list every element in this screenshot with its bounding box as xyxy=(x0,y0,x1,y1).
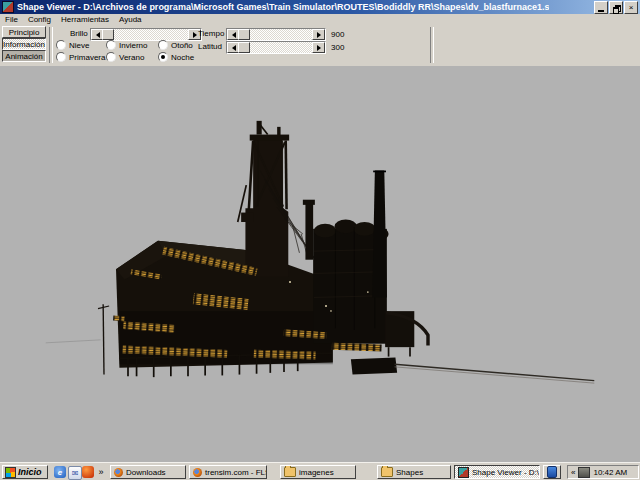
system-tray: « 10:42 AM xyxy=(567,465,639,479)
latitud-right-arrow[interactable] xyxy=(312,42,325,53)
radio-nieve[interactable]: Nieve xyxy=(56,40,89,50)
radio-icon xyxy=(158,40,168,50)
menu-file[interactable]: File xyxy=(0,15,23,24)
arrow-left-icon xyxy=(232,32,236,38)
window-titlebar[interactable]: Shape Viewer - D:\Archivos de programa\M… xyxy=(0,0,640,14)
firefox-icon xyxy=(193,468,202,477)
minimize-button[interactable] xyxy=(594,1,608,14)
task-shape-viewer[interactable]: Shape Viewer - D:\... xyxy=(454,465,540,479)
blast-furnace-model xyxy=(0,66,640,462)
latitud-slider[interactable] xyxy=(226,41,326,54)
arrow-left-icon xyxy=(232,45,236,51)
toolbar-separator xyxy=(49,27,53,63)
arrow-right-icon xyxy=(193,32,197,38)
taskbar: Inicio e ✉ » Downloads trensim.com - FLS… xyxy=(0,462,640,480)
task-trensim[interactable]: trensim.com - FLS co... xyxy=(189,465,267,479)
task-downloads[interactable]: Downloads xyxy=(110,465,186,479)
tray-chevron[interactable]: « xyxy=(571,468,575,477)
arrow-left-icon xyxy=(96,32,100,38)
tiempo-value: 900 xyxy=(331,30,344,39)
radio-icon xyxy=(106,52,116,62)
start-button[interactable]: Inicio xyxy=(2,465,48,479)
menu-ayuda[interactable]: Ayuda xyxy=(114,15,147,24)
principio-button[interactable]: Principio xyxy=(2,26,46,38)
mail-icon[interactable]: ✉ xyxy=(68,466,82,480)
radio-noche[interactable]: Noche xyxy=(158,52,194,62)
internet-explorer-icon[interactable]: e xyxy=(54,466,66,478)
radio-icon xyxy=(56,40,66,50)
window-title: Shape Viewer - D:\Archivos de programa\M… xyxy=(17,2,549,12)
folder-icon xyxy=(381,467,393,477)
menu-config[interactable]: Config xyxy=(23,15,56,24)
app-icon xyxy=(2,1,14,13)
animacion-button[interactable]: Animación xyxy=(2,50,46,62)
blue-app-icon xyxy=(547,466,557,478)
firefox-icon xyxy=(114,468,123,477)
tiempo-slider[interactable] xyxy=(226,28,326,41)
radio-icon xyxy=(106,40,116,50)
shape-viewer-icon xyxy=(458,467,469,478)
radio-otono[interactable]: Otoño xyxy=(158,40,193,50)
minimize-icon xyxy=(598,10,604,12)
menu-herramientas[interactable]: Herramientas xyxy=(56,15,114,24)
radio-primavera[interactable]: Primavera xyxy=(56,52,105,62)
latitud-value: 300 xyxy=(331,43,344,52)
radio-invierno[interactable]: Invierno xyxy=(106,40,147,50)
toolbar: Principio Información Animación Brillo N… xyxy=(0,25,640,67)
app-launcher-icon[interactable] xyxy=(82,466,94,478)
task-imagenes[interactable]: imagenes xyxy=(280,465,356,479)
task-shapes[interactable]: Shapes xyxy=(377,465,451,479)
brillo-thumb[interactable] xyxy=(102,29,114,40)
tiempo-right-arrow[interactable] xyxy=(312,29,325,40)
viewport-3d[interactable] xyxy=(0,66,640,462)
restore-button[interactable] xyxy=(609,1,623,14)
quicklaunch-overflow-chevron[interactable]: » xyxy=(96,466,106,478)
latitud-label: Latitud xyxy=(198,42,222,51)
toolbar-separator xyxy=(430,27,434,63)
taskbar-app-button[interactable] xyxy=(543,465,561,479)
arrow-right-icon xyxy=(317,45,321,51)
menubar: File Config Herramientas Ayuda xyxy=(0,14,640,25)
latitud-thumb[interactable] xyxy=(238,42,250,53)
radio-icon xyxy=(56,52,66,62)
informacion-button[interactable]: Información xyxy=(2,38,46,50)
radio-verano[interactable]: Verano xyxy=(106,52,144,62)
radio-selected-icon xyxy=(158,52,168,62)
folder-icon xyxy=(284,467,296,477)
tiempo-thumb[interactable] xyxy=(238,29,250,40)
tiempo-label: Tiempo xyxy=(198,29,224,38)
arrow-right-icon xyxy=(317,32,321,38)
desktop: Shape Viewer - D:\Archivos de programa\M… xyxy=(0,0,640,480)
brillo-label: Brillo xyxy=(70,29,88,38)
close-icon: × xyxy=(629,4,634,12)
close-button[interactable]: × xyxy=(624,1,638,14)
windows-flag-icon xyxy=(5,467,16,478)
tray-clock[interactable]: 10:42 AM xyxy=(593,468,627,477)
restore-icon xyxy=(613,5,620,11)
tray-display-icon[interactable] xyxy=(578,467,590,478)
